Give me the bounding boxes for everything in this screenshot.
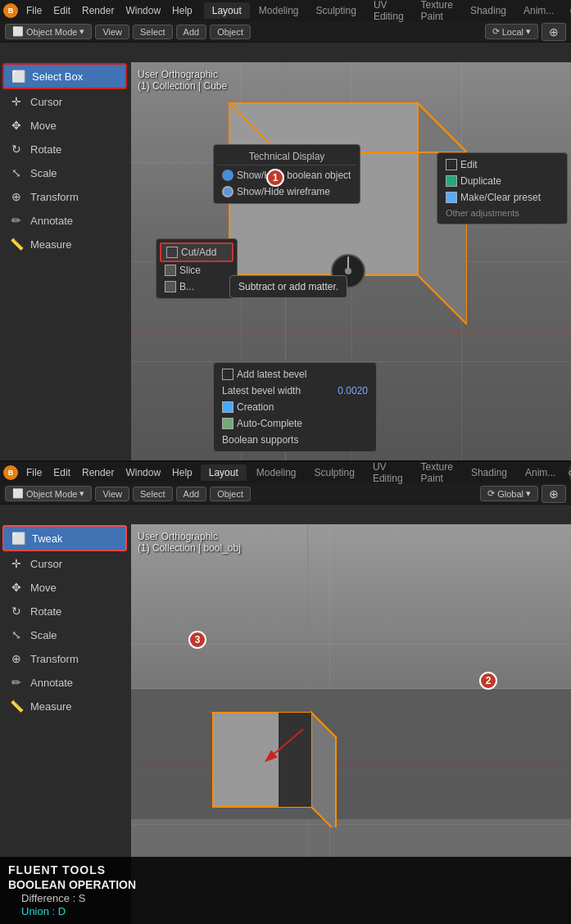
tab-sculpting-2[interactable]: Sculpting <box>306 464 363 481</box>
sidebar-item-cursor-1[interactable]: ✛ Cursor <box>2 90 127 113</box>
fluent-subtitle: BOOLEAN OPERATION <box>8 878 563 891</box>
dropdown-icon-1: ▾ <box>79 26 84 37</box>
make-clear-preset-row[interactable]: Make/Clear preset <box>441 189 564 206</box>
mode-icon-2: ⬜ <box>12 488 24 499</box>
move-icon-2: ✥ <box>9 580 24 595</box>
menu-window-2[interactable]: Window <box>120 465 165 480</box>
sidebar-item-measure-2[interactable]: 📏 Measure <box>2 695 127 718</box>
tab-anim-2[interactable]: Anim... <box>517 464 564 481</box>
bevel-width-value: 0.0020 <box>338 385 368 396</box>
auto-complete-row[interactable]: Auto-Complete <box>217 415 373 432</box>
slice-row[interactable]: Slice <box>160 262 233 279</box>
menu-window[interactable]: Window <box>120 3 165 18</box>
add-bevel-row[interactable]: Add latest bevel <box>217 366 373 383</box>
show-hide-boolean[interactable]: Show/Hide boolean object <box>217 167 356 183</box>
cut-add-icon <box>166 247 178 258</box>
tab-texture-paint-1[interactable]: Texture Paint <box>413 0 461 25</box>
tab-shading-1[interactable]: Shading <box>462 2 514 19</box>
bevel-width-row[interactable]: Latest bevel width 0.0020 <box>217 383 373 399</box>
tab-uv-editing-2[interactable]: UV Editing <box>365 462 411 487</box>
sidebar-item-transform-2[interactable]: ⊕ Transform <box>2 647 127 670</box>
measure-icon-1: 📏 <box>9 237 24 251</box>
tab-texture-paint-2[interactable]: Texture Paint <box>413 462 461 487</box>
fluent-title: FLUENT TOOLS <box>8 863 563 876</box>
sidebar-item-cursor-2[interactable]: ✛ Cursor <box>2 552 127 575</box>
sidebar-item-move-2[interactable]: ✥ Move <box>2 576 127 599</box>
rotate-icon-2: ↻ <box>9 604 24 618</box>
tab-layout-1[interactable]: Layout <box>204 2 250 19</box>
object-btn-1[interactable]: Object <box>210 25 251 39</box>
svg-point-7 <box>345 268 351 274</box>
sidebar-item-scale-2[interactable]: ⤡ Scale <box>2 623 127 646</box>
tab-modeling-1[interactable]: Modeling <box>251 2 307 19</box>
sidebar-item-select-box[interactable]: ⬜ Select Box <box>2 63 127 89</box>
menu-render[interactable]: Render <box>77 3 119 18</box>
show-hide-wireframe[interactable]: Show/Hide wireframe <box>217 183 356 200</box>
tab-layout-2[interactable]: Layout <box>201 464 247 481</box>
cut-add-row[interactable]: Cut/Add <box>160 242 233 262</box>
menu-edit[interactable]: Edit <box>48 3 75 18</box>
select-btn-1[interactable]: Select <box>133 25 173 39</box>
sidebar-item-rotate-1[interactable]: ↻ Rotate <box>2 138 127 161</box>
creation-icon <box>222 401 233 413</box>
scale-icon-1: ⤡ <box>9 165 24 180</box>
view-btn-2[interactable]: View <box>95 487 129 501</box>
annotate-icon-1: ✏ <box>9 213 24 228</box>
axis-red-1 <box>131 333 571 333</box>
fluent-tools-overlay: FLUENT TOOLS BOOLEAN OPERATION Differenc… <box>0 857 571 924</box>
object-mode-btn-2[interactable]: ⬜ Object Mode ▾ <box>5 486 92 501</box>
tab-uv-editing-1[interactable]: UV Editing <box>365 0 412 25</box>
fluent-line-2: Union : D <box>8 905 563 917</box>
cursor-icon-2: ✛ <box>9 556 24 571</box>
select-box-label: Select Box <box>32 70 83 83</box>
extra-btn-1[interactable]: ⊕ <box>542 23 566 41</box>
tab-sculpting-1[interactable]: Sculpting <box>308 2 365 19</box>
menu-render-2[interactable]: Render <box>77 465 119 480</box>
duplicate-row[interactable]: Duplicate <box>441 173 564 189</box>
extra-btn-2[interactable]: ⊕ <box>542 485 566 503</box>
menu-help[interactable]: Help <box>167 3 197 18</box>
sidebar-item-tweak[interactable]: ⬜ Tweak <box>2 525 127 551</box>
menu-file[interactable]: File <box>21 3 47 18</box>
sidebar-item-annotate-1[interactable]: ✏ Annotate <box>2 209 127 232</box>
sidebar-item-rotate-2[interactable]: ↻ Rotate <box>2 600 127 623</box>
sidebar-item-annotate-2[interactable]: ✏ Annotate <box>2 671 127 694</box>
transform-btn-1[interactable]: ⟳ Local ▾ <box>485 24 538 39</box>
boolean-supports-row[interactable]: Boolean supports <box>217 432 373 448</box>
tab-shading-2[interactable]: Shading <box>463 464 515 481</box>
slice-label: Slice <box>179 265 201 276</box>
badge-2: 2 <box>479 672 497 690</box>
menu-help-2[interactable]: Help <box>167 465 197 480</box>
annotate-icon-2: ✏ <box>9 675 24 690</box>
transform-btn-2[interactable]: ⟳ Global ▾ <box>480 486 538 501</box>
tab-anim-1[interactable]: Anim... <box>515 2 562 19</box>
select-btn-2[interactable]: Select <box>133 487 173 501</box>
b-row[interactable]: B... <box>160 279 233 295</box>
badge-3: 3 <box>188 631 206 649</box>
viewport-header-2: ⬜ Object Mode ▾ View Select Add Object ⟳… <box>0 483 571 505</box>
edit-icon <box>446 159 457 170</box>
rotate-icon-1: ↻ <box>9 142 24 156</box>
sidebar-item-scale-1[interactable]: ⤡ Scale <box>2 161 127 184</box>
viewport-1: User Orthographic (1) Collection | Cube … <box>131 62 571 460</box>
transform-dropdown-2: ▾ <box>526 488 531 499</box>
tab-modeling-2[interactable]: Modeling <box>248 464 305 481</box>
cutadd-tooltip: Subtract or add matter. <box>229 275 347 298</box>
edit-row[interactable]: Edit <box>441 156 564 173</box>
cut-add-label: Cut/Add <box>181 247 216 258</box>
bool-op-panel: Cut/Add Slice B... <box>156 238 238 299</box>
technical-display-panel: Technical Display Show/Hide boolean obje… <box>213 144 360 204</box>
object-mode-btn-1[interactable]: ⬜ Object Mode ▾ <box>5 24 92 39</box>
sidebar-item-measure-1[interactable]: 📏 Measure <box>2 233 127 256</box>
duplicate-icon <box>446 175 457 187</box>
view-btn-1[interactable]: View <box>95 25 129 39</box>
object-btn-2[interactable]: Object <box>210 487 251 501</box>
menu-edit-2[interactable]: Edit <box>48 465 75 480</box>
sidebar-item-move-1[interactable]: ✥ Move <box>2 114 127 137</box>
preset-icon <box>446 192 457 203</box>
menu-file-2[interactable]: File <box>21 465 47 480</box>
sidebar-item-transform-1[interactable]: ⊕ Transform <box>2 185 127 208</box>
add-btn-2[interactable]: Add <box>176 487 207 501</box>
creation-row[interactable]: Creation <box>217 399 373 415</box>
add-btn-1[interactable]: Add <box>176 25 207 39</box>
